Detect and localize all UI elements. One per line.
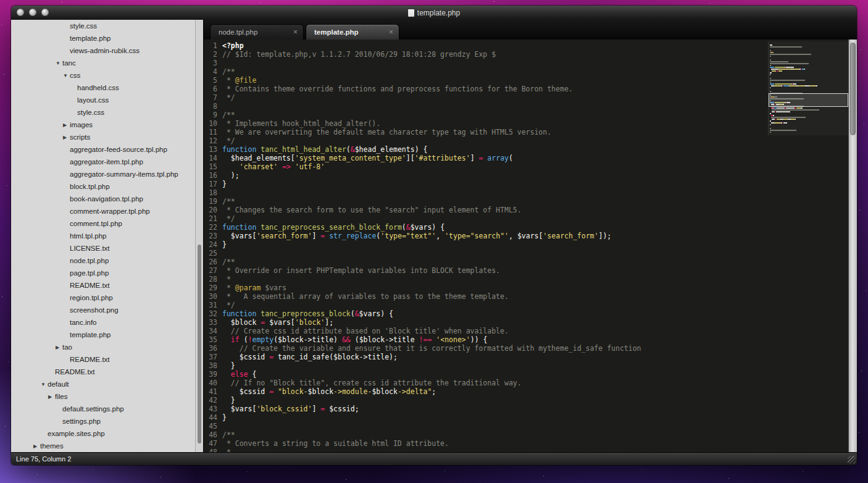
line-number: 20: [204, 206, 222, 214]
line-number: 19: [204, 197, 222, 206]
tree-file-aggregator-feed-source.tpl.php[interactable]: aggregator-feed-source.tpl.php: [11, 143, 195, 156]
tree-file-handheld.css[interactable]: handheld.css: [11, 82, 195, 94]
tree-folder-images[interactable]: ▶images: [11, 119, 195, 131]
tree-folder-scripts[interactable]: ▶scripts: [11, 131, 195, 143]
code-area[interactable]: 1<?php2// $Id: template.php,v 1.1.2.7 20…: [204, 40, 857, 452]
tree-file-page.tpl.php[interactable]: page.tpl.php: [11, 267, 195, 279]
code-line: 1<?php: [204, 41, 848, 50]
tree-file-layout.css[interactable]: layout.css: [11, 94, 195, 106]
disclosure-triangle-icon[interactable]: ▼: [56, 60, 62, 67]
minimap[interactable]: [768, 41, 848, 135]
editor-scrollbar[interactable]: [848, 40, 857, 452]
line-number: 8: [204, 102, 222, 111]
tree-folder-themes[interactable]: ▶themes: [11, 440, 195, 452]
editor-scrollbar-thumb[interactable]: [850, 43, 856, 135]
tree-file-aggregator-item.tpl.php[interactable]: aggregator-item.tpl.php: [11, 156, 195, 168]
tree-file-book-navigation.tpl.php[interactable]: book-navigation.tpl.php: [11, 193, 195, 205]
line-number: 28: [204, 275, 222, 284]
line-number: 18: [204, 188, 222, 197]
line-number: 11: [204, 128, 222, 136]
tree-file-screenshot.png[interactable]: screenshot.png: [11, 304, 195, 316]
disclosure-triangle-icon[interactable]: ▶: [63, 122, 70, 128]
code-line-content: * We are overwriting the default meta ch…: [222, 128, 551, 136]
tab-template.php[interactable]: template.php×: [306, 24, 399, 40]
tree-file-comment-wrapper.tpl.php[interactable]: comment-wrapper.tpl.php: [11, 205, 195, 217]
tree-file-aggregator-summary-items.tpl.php[interactable]: aggregator-summary-items.tpl.php: [11, 168, 195, 180]
tree-folder-files[interactable]: ▶files: [11, 390, 195, 403]
sidebar-scrollbar[interactable]: [195, 20, 203, 452]
file-tree[interactable]: style.csstemplate.phpviews-admin-rubik.c…: [11, 20, 195, 452]
tree-item-label: node.tpl.php: [70, 257, 109, 264]
code-line-content: 'charset' => 'utf-8': [222, 162, 325, 171]
tree-item-label: css: [70, 72, 80, 79]
tree-file-tanc.info[interactable]: tanc.info: [11, 316, 195, 329]
tree-file-settings.php[interactable]: settings.php: [11, 415, 195, 427]
tree-file-block.tpl.php[interactable]: block.tpl.php: [11, 180, 195, 193]
code-line-content: */: [222, 214, 235, 223]
stars-decoration: [0, 0, 1, 1]
tree-file-style.css[interactable]: style.css: [11, 106, 195, 119]
line-number: 46: [204, 430, 222, 439]
code-line-content: $cssid = "block-$block->module-$block->d…: [222, 387, 436, 396]
code-line: 36 // Create the variable and ensure tha…: [204, 344, 848, 353]
document-proxy-icon[interactable]: [408, 9, 414, 17]
code-line-content: * Converts a string to a suitable html I…: [222, 439, 449, 448]
tree-folder-default[interactable]: ▼default: [11, 378, 195, 390]
line-number: 15: [204, 162, 222, 171]
code-line: 21 */: [204, 214, 848, 223]
line-number: 2: [204, 50, 222, 59]
code-line-content: /**: [222, 258, 235, 266]
code-line-content: /**: [222, 67, 235, 76]
resize-grip[interactable]: [848, 456, 856, 464]
tree-file-style.css[interactable]: style.css: [11, 20, 195, 32]
line-number: 12: [204, 136, 222, 145]
disclosure-triangle-icon[interactable]: ▼: [41, 381, 48, 388]
code-line-content: function tanc_html_head_alter(&$head_ele…: [222, 145, 427, 154]
tree-file-default.settings.php[interactable]: default.settings.php: [11, 403, 195, 415]
tree-file-region.tpl.php[interactable]: region.tpl.php: [11, 292, 195, 304]
editor-column: node.tpl.php×template.php× 1<?php2// $Id…: [203, 20, 857, 452]
line-number: 45: [204, 422, 222, 430]
code-line: 27 * Override or insert PHPTemplate vari…: [204, 266, 848, 275]
disclosure-triangle-icon[interactable]: ▶: [63, 134, 70, 141]
tree-file-README.txt[interactable]: README.txt: [11, 279, 195, 292]
tree-file-README.txt[interactable]: README.txt: [11, 353, 195, 366]
window-title: template.php: [417, 9, 460, 17]
tab-node.tpl.php[interactable]: node.tpl.php×: [210, 24, 304, 40]
tab-close-icon[interactable]: ×: [389, 28, 393, 36]
tree-file-LICENSE.txt[interactable]: LICENSE.txt: [11, 242, 195, 254]
code-line-content: );: [222, 171, 240, 180]
tree-file-example.sites.php[interactable]: example.sites.php: [11, 427, 195, 440]
code-line: 4/**: [204, 67, 848, 76]
disclosure-triangle-icon[interactable]: ▶: [48, 393, 55, 400]
sidebar-scrollbar-thumb[interactable]: [198, 245, 201, 443]
tree-file-comment.tpl.php[interactable]: comment.tpl.php: [11, 217, 195, 230]
tree-item-label: layout.css: [77, 96, 109, 104]
code-line: 14 $head_elements['system_meta_content_t…: [204, 154, 848, 162]
tree-file-template.php[interactable]: template.php: [11, 329, 195, 341]
code-line-content: * @file: [222, 76, 256, 85]
code-line: 7 */: [204, 93, 848, 102]
tree-item-label: html.tpl.php: [70, 232, 106, 240]
code-line-content: function tanc_preprocess_search_block_fo…: [222, 223, 444, 232]
disclosure-triangle-icon[interactable]: ▶: [33, 443, 40, 450]
tree-folder-tanc[interactable]: ▼tanc: [11, 57, 195, 69]
tree-item-label: style.css: [70, 22, 97, 30]
tree-folder-tao[interactable]: ▶tao: [11, 341, 195, 353]
tab-strip: node.tpl.php×template.php×: [204, 20, 857, 40]
minimap-viewport-handle[interactable]: [769, 93, 848, 107]
tab-close-icon[interactable]: ×: [293, 28, 298, 36]
tree-file-README.txt[interactable]: README.txt: [11, 366, 195, 378]
status-bar: Line 75, Column 2: [11, 452, 857, 465]
line-number: 23: [204, 232, 222, 240]
tree-folder-css[interactable]: ▼css: [11, 69, 195, 82]
tree-file-template.php[interactable]: template.php: [11, 32, 195, 44]
code-line-content: /**: [222, 111, 235, 119]
tree-file-views-admin-rubik.css[interactable]: views-admin-rubik.css: [11, 44, 195, 57]
disclosure-triangle-icon[interactable]: ▼: [63, 72, 70, 79]
disclosure-triangle-icon[interactable]: ▶: [56, 344, 62, 351]
tree-file-html.tpl.php[interactable]: html.tpl.php: [11, 230, 195, 242]
tree-file-node.tpl.php[interactable]: node.tpl.php: [11, 254, 195, 267]
window-titlebar[interactable]: template.php: [11, 6, 857, 20]
code-line-content: }: [222, 413, 227, 422]
